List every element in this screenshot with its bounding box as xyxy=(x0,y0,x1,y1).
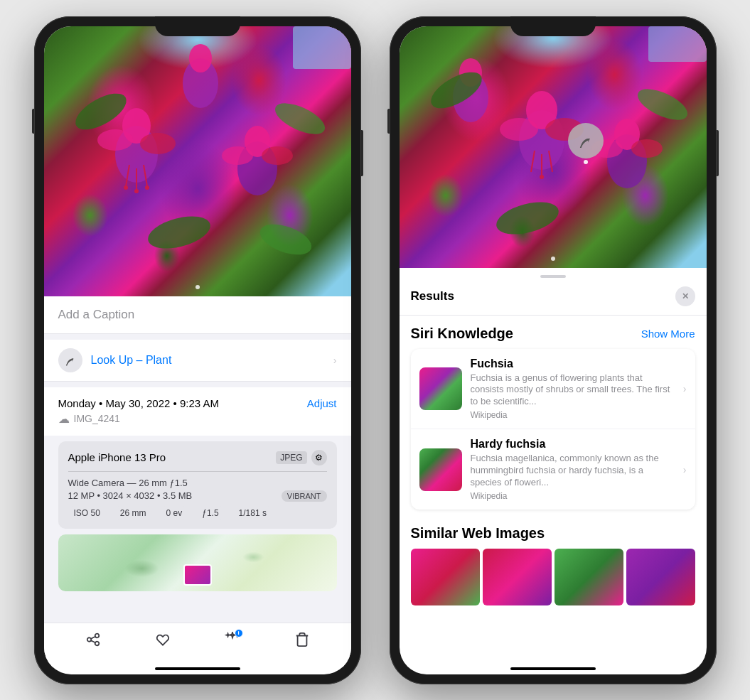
focal-length: 26 mm xyxy=(114,506,152,520)
similar-title: Similar Web Images xyxy=(411,525,695,542)
similar-images-row xyxy=(411,549,695,605)
svg-point-18 xyxy=(134,189,139,193)
info-badge: i xyxy=(235,629,243,637)
siri-knowledge-title: Siri Knowledge xyxy=(411,325,513,342)
svg-rect-14 xyxy=(293,26,351,69)
flower-svg xyxy=(44,26,351,296)
wide-camera: Wide Camera — 26 mm ƒ1.5 xyxy=(68,478,327,488)
drag-handle[interactable] xyxy=(540,275,566,278)
similar-img-1[interactable] xyxy=(411,549,480,605)
svg-point-33 xyxy=(493,196,562,240)
svg-point-2 xyxy=(97,129,133,151)
bottom-toolbar: i xyxy=(44,623,351,667)
fuchsia-thumb xyxy=(419,367,462,410)
format-badge: JPEG xyxy=(276,451,306,464)
similar-img-3[interactable] xyxy=(555,549,623,605)
hardy-source: Wikipedia xyxy=(471,491,675,501)
right-home-indicator xyxy=(510,667,596,670)
svg-point-38 xyxy=(540,175,544,179)
resolution-row: 12 MP • 3024 × 4032 • 3.5 MB VIBRANT xyxy=(68,490,327,502)
photo-indicator xyxy=(195,285,200,289)
map-photo-thumb xyxy=(183,564,212,586)
right-photo-indicator xyxy=(551,257,555,261)
visual-lookup-button[interactable] xyxy=(568,123,604,158)
device-name: Apple iPhone 13 Pro xyxy=(68,451,166,463)
svg-point-28 xyxy=(631,139,663,158)
results-title: Results xyxy=(411,289,454,303)
info-button[interactable]: i xyxy=(225,632,240,647)
fuchsia-title: Fuchsia xyxy=(471,357,675,370)
svg-point-13 xyxy=(256,218,316,261)
svg-point-12 xyxy=(144,210,213,254)
visual-lookup-icon xyxy=(577,132,594,149)
show-more-button[interactable]: Show More xyxy=(641,328,695,340)
gear-icon[interactable]: ⚙ xyxy=(311,450,327,465)
caption-placeholder[interactable]: Add a Caption xyxy=(58,308,135,321)
similar-img-2[interactable] xyxy=(483,549,552,605)
lookup-row[interactable]: Look Up – Plant › xyxy=(44,340,351,382)
cloud-icon: ☁ xyxy=(58,412,70,426)
exif-row: ISO 50 26 mm 0 ev ƒ1.5 1/181 s xyxy=(68,506,327,520)
fuchsia-description: Fuchsia is a genus of flowering plants t… xyxy=(471,372,675,409)
photo-area[interactable] xyxy=(44,26,351,296)
date-text: Monday • May 30, 2022 • 9:23 AM xyxy=(58,397,219,409)
right-phone: Results ✕ Siri Knowledge Show More xyxy=(390,16,717,684)
resolution: 12 MP • 3024 × 4032 • 3.5 MB xyxy=(68,490,193,501)
left-phone: Add a Caption Look Up – Plant › xyxy=(34,16,361,684)
results-panel[interactable]: Results ✕ Siri Knowledge Show More xyxy=(400,268,707,667)
fuchsia-thumb-image xyxy=(419,367,462,410)
iso-value: ISO 50 xyxy=(68,506,106,520)
right-phone-screen: Results ✕ Siri Knowledge Show More xyxy=(400,26,707,674)
vl-indicator xyxy=(584,160,588,164)
filename: IMG_4241 xyxy=(74,413,120,424)
hardy-title: Hardy fuchsia xyxy=(471,438,675,451)
app-container: Add a Caption Look Up – Plant › xyxy=(20,2,731,699)
svg-point-19 xyxy=(124,185,128,190)
hardy-description: Fuchsia magellanica, commonly known as t… xyxy=(471,453,675,489)
info-section: Monday • May 30, 2022 • 9:23 AM Adjust ☁… xyxy=(44,387,351,436)
similar-section: Similar Web Images xyxy=(400,515,707,613)
similar-img-4[interactable] xyxy=(626,549,695,605)
device-section: Apple iPhone 13 Pro JPEG ⚙ Wide Camera —… xyxy=(58,441,337,529)
aperture: ƒ1.5 xyxy=(196,506,224,520)
hardy-thumb xyxy=(419,448,462,491)
knowledge-card: Fuchsia Fuchsia is a genus of flowering … xyxy=(411,349,695,510)
right-notch xyxy=(510,16,596,36)
hardy-fuchsia-item[interactable]: Hardy fuchsia Fuchsia magellanica, commo… xyxy=(411,429,695,510)
svg-point-32 xyxy=(633,82,691,126)
siri-knowledge-header: Siri Knowledge Show More xyxy=(400,316,707,349)
flower-photo xyxy=(44,26,351,296)
results-header: Results ✕ xyxy=(400,286,707,316)
fuchsia-item[interactable]: Fuchsia Fuchsia is a genus of flowering … xyxy=(411,349,695,430)
lookup-label: Look Up – Plant xyxy=(91,354,172,367)
right-photo-area[interactable] xyxy=(400,26,707,268)
caption-area[interactable]: Add a Caption xyxy=(44,296,351,334)
left-phone-screen: Add a Caption Look Up – Plant › xyxy=(44,26,351,674)
svg-rect-34 xyxy=(648,26,707,62)
svg-point-23 xyxy=(500,118,538,141)
lookup-chevron: › xyxy=(333,355,337,366)
map-area[interactable] xyxy=(58,534,337,591)
shutter-speed: 1/181 s xyxy=(233,506,272,520)
svg-point-11 xyxy=(270,97,328,140)
share-icon xyxy=(85,632,101,647)
fuchsia-text: Fuchsia Fuchsia is a genus of flowering … xyxy=(471,357,675,421)
fuchsia-chevron: › xyxy=(683,383,687,394)
lookup-icon xyxy=(58,348,82,372)
ev-value: 0 ev xyxy=(161,506,188,520)
favorite-button[interactable] xyxy=(155,632,171,647)
trash-icon xyxy=(294,632,310,647)
svg-point-20 xyxy=(145,185,149,190)
camera-specs: Wide Camera — 26 mm ƒ1.5 12 MP • 3024 × … xyxy=(68,471,327,520)
heart-icon xyxy=(155,632,171,647)
adjust-button[interactable]: Adjust xyxy=(307,397,337,409)
share-button[interactable] xyxy=(85,632,101,647)
home-indicator xyxy=(155,667,240,670)
delete-button[interactable] xyxy=(294,632,310,647)
content-area[interactable]: Add a Caption Look Up – Plant › xyxy=(44,296,351,623)
svg-point-6 xyxy=(222,146,253,165)
hardy-chevron: › xyxy=(683,464,687,475)
notch xyxy=(155,16,240,36)
close-button[interactable]: ✕ xyxy=(675,286,695,306)
svg-point-3 xyxy=(140,133,176,154)
